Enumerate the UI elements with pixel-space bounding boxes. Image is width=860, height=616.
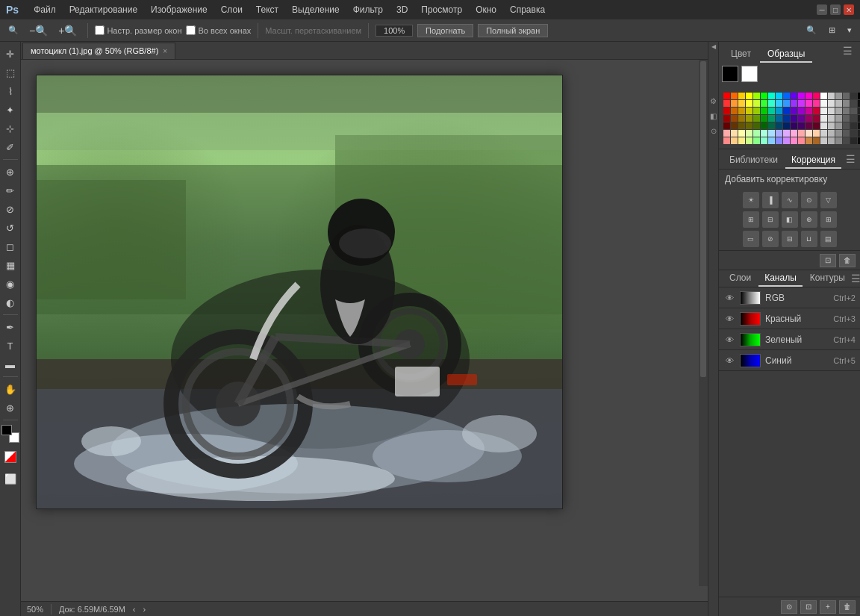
channel-new-btn[interactable]: +: [820, 600, 836, 614]
swatch-item[interactable]: [776, 115, 782, 122]
threshold-icon[interactable]: ⊔: [801, 231, 817, 247]
menu-text[interactable]: Текст: [250, 3, 284, 16]
swatch-item[interactable]: [835, 137, 842, 144]
menu-image[interactable]: Изображение: [145, 3, 214, 16]
swatch-item[interactable]: [783, 100, 790, 107]
hand-tool[interactable]: ✋: [1, 380, 19, 398]
swatch-item[interactable]: [850, 115, 857, 122]
swatch-item[interactable]: [820, 137, 827, 144]
panel-strip-icon-3[interactable]: ⊙: [709, 126, 718, 135]
swatch-item[interactable]: [731, 130, 738, 137]
tab-channels[interactable]: Каналы: [758, 270, 803, 287]
swatch-item[interactable]: [798, 93, 805, 99]
correction-panel-menu[interactable]: ☰: [846, 153, 856, 165]
swatch-item[interactable]: [738, 100, 745, 107]
swatch-item[interactable]: [723, 130, 730, 137]
screen-mode-tool[interactable]: ⬜: [1, 470, 19, 488]
swatch-item[interactable]: [828, 137, 835, 144]
dodge-tool[interactable]: ◐: [1, 293, 19, 311]
swatch-item[interactable]: [828, 93, 835, 99]
tab-contours[interactable]: Контуры: [804, 270, 851, 287]
swatch-item[interactable]: [768, 122, 775, 129]
swatch-item[interactable]: [723, 137, 730, 144]
swatch-item[interactable]: [843, 93, 850, 99]
swatch-item[interactable]: [738, 93, 745, 99]
swatch-item[interactable]: [776, 93, 782, 99]
move-tool[interactable]: ✛: [1, 45, 19, 63]
swatch-item[interactable]: [850, 100, 857, 107]
menu-3d[interactable]: 3D: [390, 3, 414, 16]
swatch-item[interactable]: [731, 93, 738, 99]
resize-windows-check[interactable]: Настр. размер окон: [95, 25, 181, 35]
swatch-item[interactable]: [783, 130, 790, 137]
swatch-item[interactable]: [746, 100, 752, 107]
swatch-item[interactable]: [806, 122, 812, 129]
tab-layers[interactable]: Слои: [723, 270, 757, 287]
swatch-item[interactable]: [835, 130, 842, 137]
swatch-item[interactable]: [843, 137, 850, 144]
menu-edit[interactable]: Редактирование: [63, 3, 143, 16]
swatch-item[interactable]: [731, 137, 738, 144]
swatch-item[interactable]: [731, 122, 738, 129]
crop-tool[interactable]: ⊹: [1, 119, 19, 137]
swatch-item[interactable]: [843, 100, 850, 107]
swatch-item[interactable]: [813, 130, 820, 137]
swatch-item[interactable]: [813, 100, 820, 107]
channel-save-btn[interactable]: ⊡: [800, 600, 817, 614]
pen-tool[interactable]: ✒: [1, 318, 19, 336]
posterize-icon[interactable]: ⊟: [782, 231, 798, 247]
swatch-item[interactable]: [761, 100, 767, 107]
arrow-left[interactable]: ‹: [133, 605, 136, 614]
swatch-item[interactable]: [731, 115, 738, 122]
swatch-item[interactable]: [753, 108, 760, 114]
zoom-out-button[interactable]: −🔍: [25, 22, 52, 39]
swatch-item[interactable]: [738, 108, 745, 114]
swatch-item[interactable]: [776, 100, 782, 107]
swatch-item[interactable]: [723, 100, 730, 107]
swatch-item[interactable]: [806, 137, 812, 144]
text-tool[interactable]: T: [1, 337, 19, 355]
panel-strip-icon-2[interactable]: ◧: [709, 111, 718, 120]
exposure-icon[interactable]: ⊙: [801, 192, 817, 208]
swatch-item[interactable]: [746, 137, 752, 144]
swatch-item[interactable]: [798, 122, 805, 129]
canvas-container[interactable]: [21, 60, 708, 601]
quick-mask-tool[interactable]: [1, 448, 19, 466]
gradient-tool[interactable]: ▦: [1, 256, 19, 274]
swatch-item[interactable]: [768, 100, 775, 107]
fit-button[interactable]: Подогнать: [417, 24, 473, 37]
background-color[interactable]: [741, 66, 758, 82]
swatch-item[interactable]: [820, 100, 827, 107]
swatch-item[interactable]: [731, 108, 738, 114]
menu-help[interactable]: Справка: [504, 3, 551, 16]
swatch-item[interactable]: [791, 122, 797, 129]
swatch-item[interactable]: [850, 93, 857, 99]
swatch-item[interactable]: [828, 100, 835, 107]
brush-tool[interactable]: ✏: [1, 181, 19, 199]
channel-mixer-icon[interactable]: ⊞: [820, 211, 837, 228]
zoom-tool-panel[interactable]: ⊕: [1, 399, 19, 417]
panel-strip-icon-1[interactable]: ⚙: [709, 96, 718, 105]
resize-windows-checkbox[interactable]: [95, 25, 105, 35]
eraser-tool[interactable]: ◻: [1, 237, 19, 255]
close-button[interactable]: ✕: [844, 4, 854, 15]
swatch-item[interactable]: [723, 108, 730, 114]
swatch-item[interactable]: [806, 100, 812, 107]
swatch-item[interactable]: [746, 115, 752, 122]
swatch-item[interactable]: [738, 130, 745, 137]
swatch-item[interactable]: [850, 137, 857, 144]
swatch-item[interactable]: [753, 137, 760, 144]
swatch-item[interactable]: [783, 93, 790, 99]
swatch-item[interactable]: [783, 137, 790, 144]
search-button[interactable]: 🔍: [803, 23, 820, 37]
marquee-tool[interactable]: ⬚: [1, 63, 19, 81]
curves-icon[interactable]: ∿: [782, 192, 798, 208]
swatch-item[interactable]: [835, 93, 842, 99]
vertical-scroll-thumb[interactable]: [700, 61, 706, 377]
swatch-item[interactable]: [791, 108, 797, 114]
shape-tool[interactable]: ▬: [1, 355, 19, 373]
swatch-item[interactable]: [843, 115, 850, 122]
swatch-item[interactable]: [791, 115, 797, 122]
hsl-icon[interactable]: ⊞: [743, 211, 759, 228]
swatch-item[interactable]: [798, 137, 805, 144]
